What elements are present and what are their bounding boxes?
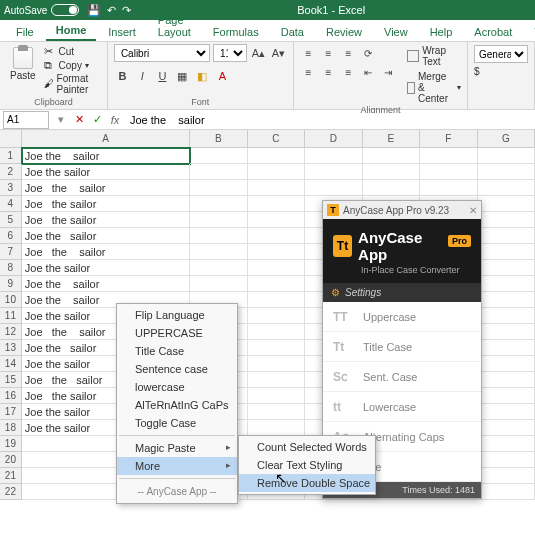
cancel-formula-button[interactable]: ▾	[52, 113, 70, 126]
merge-center-button[interactable]: Merge & Center ▾	[407, 71, 461, 104]
column-header[interactable]: B	[190, 130, 247, 148]
row-header[interactable]: 13	[0, 340, 22, 356]
menu-item[interactable]: UPPERCASE	[117, 324, 237, 342]
wrap-text-button[interactable]: Wrap Text	[407, 45, 461, 67]
context-submenu[interactable]: Count Selected WordsClear Text StylingRe…	[238, 435, 376, 495]
cell[interactable]	[478, 196, 535, 212]
cell[interactable]	[248, 356, 305, 372]
row-header[interactable]: 6	[0, 228, 22, 244]
menu-item[interactable]: AlTeRnAtInG CaPs	[117, 396, 237, 414]
indent-inc-button[interactable]: ⇥	[380, 64, 397, 81]
cell[interactable]	[248, 308, 305, 324]
cell[interactable]	[420, 148, 477, 164]
cell[interactable]	[190, 244, 247, 260]
enter-icon[interactable]: ✓	[88, 113, 106, 126]
cell[interactable]	[478, 436, 535, 452]
cell[interactable]	[478, 484, 535, 500]
format-painter-button[interactable]: Format Painter	[44, 73, 101, 95]
column-header[interactable]: F	[420, 130, 477, 148]
cell[interactable]	[478, 452, 535, 468]
cell[interactable]	[305, 164, 362, 180]
cell[interactable]	[248, 228, 305, 244]
cell[interactable]	[478, 180, 535, 196]
cell[interactable]	[248, 164, 305, 180]
cell[interactable]	[478, 388, 535, 404]
align-middle-button[interactable]: ≡	[320, 45, 337, 62]
row-header[interactable]: 14	[0, 356, 22, 372]
fx-icon[interactable]: fx	[106, 114, 124, 126]
cell[interactable]	[478, 372, 535, 388]
fill-color-button[interactable]: ◧	[194, 68, 211, 85]
menu-item-magic-paste[interactable]: Magic Paste	[117, 439, 237, 457]
row-header[interactable]: 7	[0, 244, 22, 260]
cell[interactable]	[478, 148, 535, 164]
column-header[interactable]: C	[248, 130, 305, 148]
align-top-button[interactable]: ≡	[300, 45, 317, 62]
tab-page-layout[interactable]: Page Layout	[148, 11, 201, 41]
border-button[interactable]: ▦	[174, 68, 191, 85]
cell[interactable]	[478, 244, 535, 260]
undo-icon[interactable]: ↶	[107, 4, 116, 17]
cell[interactable]	[190, 164, 247, 180]
cell[interactable]: Joe the sailor	[22, 228, 190, 244]
cell[interactable]	[190, 148, 247, 164]
row-header[interactable]: 4	[0, 196, 22, 212]
row-header[interactable]: 11	[0, 308, 22, 324]
copy-button[interactable]: Copy ▾	[44, 59, 101, 71]
anycase-titlebar[interactable]: T AnyCase App Pro v9.23 ✕	[323, 201, 481, 219]
cell[interactable]	[305, 148, 362, 164]
cell[interactable]	[478, 324, 535, 340]
currency-button[interactable]: $	[474, 66, 490, 82]
cell[interactable]	[248, 196, 305, 212]
cell[interactable]: Joe the sailor	[22, 148, 190, 164]
cell[interactable]	[248, 388, 305, 404]
cell[interactable]	[478, 340, 535, 356]
column-header[interactable]: G	[478, 130, 535, 148]
cell[interactable]	[248, 324, 305, 340]
cell[interactable]	[420, 164, 477, 180]
cell[interactable]	[478, 308, 535, 324]
cell[interactable]	[248, 260, 305, 276]
cell[interactable]	[363, 180, 420, 196]
cell[interactable]	[478, 468, 535, 484]
align-right-button[interactable]: ≡	[340, 64, 357, 81]
row-header[interactable]: 22	[0, 484, 22, 500]
number-format-select[interactable]: General	[474, 45, 528, 63]
cell[interactable]	[305, 180, 362, 196]
tab-data[interactable]: Data	[271, 23, 314, 41]
cell[interactable]: Joe the sailor	[22, 164, 190, 180]
align-center-button[interactable]: ≡	[320, 64, 337, 81]
cell[interactable]: Joe the sailor	[22, 212, 190, 228]
cell[interactable]	[190, 180, 247, 196]
anycase-option[interactable]: SᴄSent. Case	[323, 362, 481, 392]
italic-button[interactable]: I	[134, 68, 151, 85]
cell[interactable]	[420, 180, 477, 196]
cell[interactable]	[248, 148, 305, 164]
increase-font-button[interactable]: A▴	[250, 45, 267, 62]
anycase-option[interactable]: TTUppercase	[323, 302, 481, 332]
row-header[interactable]: 10	[0, 292, 22, 308]
row-header[interactable]: 1	[0, 148, 22, 164]
cell[interactable]	[248, 372, 305, 388]
anycase-option[interactable]: ttLowercase	[323, 392, 481, 422]
tab-acrobat[interactable]: Acrobat	[464, 23, 522, 41]
tab-home[interactable]: Home	[46, 21, 97, 41]
menu-item[interactable]: Flip Language	[117, 306, 237, 324]
row-header[interactable]: 15	[0, 372, 22, 388]
font-name-select[interactable]: Calibri	[114, 44, 210, 62]
orientation-button[interactable]: ⟳	[360, 45, 377, 62]
cell[interactable]: Joe the sailor	[22, 260, 190, 276]
paste-button[interactable]: Paste	[6, 45, 40, 96]
save-icon[interactable]: 💾	[87, 4, 101, 17]
cell[interactable]: Joe the sailor	[22, 276, 190, 292]
anycase-option[interactable]: TtTitle Case	[323, 332, 481, 362]
row-header[interactable]: 5	[0, 212, 22, 228]
tab-insert[interactable]: Insert	[98, 23, 146, 41]
autosave-toggle[interactable]: AutoSave	[4, 4, 79, 16]
cell[interactable]	[248, 292, 305, 308]
tab-review[interactable]: Review	[316, 23, 372, 41]
font-size-select[interactable]: 11	[213, 44, 247, 62]
row-header[interactable]: 3	[0, 180, 22, 196]
align-bottom-button[interactable]: ≡	[340, 45, 357, 62]
cell[interactable]	[478, 228, 535, 244]
